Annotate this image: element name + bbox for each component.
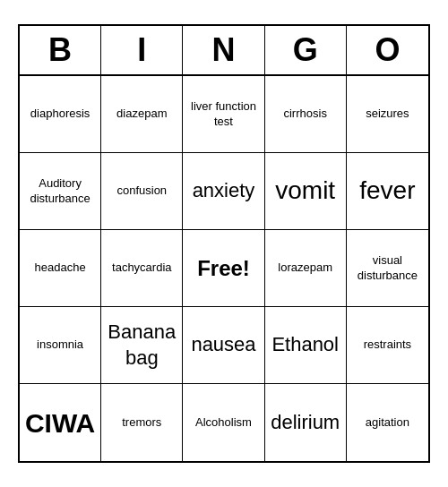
bingo-cell: Ethanol [265,307,347,384]
bingo-cell: restraints [347,307,428,384]
bingo-cell: insomnia [20,307,101,384]
bingo-cell: diaphoresis [20,76,101,153]
bingo-cell: Free! [183,230,264,307]
bingo-cell: visual disturbance [347,230,428,307]
bingo-cell: headache [20,230,101,307]
bingo-cell: CIWA [20,384,101,461]
bingo-cell: vomit [265,153,347,230]
bingo-cell: agitation [347,384,428,461]
bingo-cell: fever [347,153,428,230]
header-letter: I [101,26,183,74]
bingo-cell: confusion [101,153,183,230]
bingo-cell: Auditory disturbance [20,153,101,230]
bingo-cell: tremors [101,384,183,461]
bingo-cell: cirrhosis [265,76,347,153]
bingo-cell: anxiety [183,153,264,230]
bingo-grid: diaphoresisdiazepamliver function testci… [20,76,428,461]
bingo-cell: liver function test [183,76,264,153]
header-letter: N [183,26,264,74]
bingo-cell: delirium [265,384,347,461]
bingo-cell: diazepam [101,76,183,153]
bingo-cell: lorazepam [265,230,347,307]
bingo-card: BINGO diaphoresisdiazepamliver function … [18,24,430,463]
bingo-header: BINGO [20,26,428,76]
header-letter: O [347,26,428,74]
header-letter: B [20,26,101,74]
header-letter: G [265,26,347,74]
bingo-cell: Banana bag [101,307,183,384]
bingo-cell: nausea [183,307,264,384]
bingo-cell: Alcoholism [183,384,264,461]
bingo-cell: tachycardia [101,230,183,307]
bingo-cell: seizures [347,76,428,153]
